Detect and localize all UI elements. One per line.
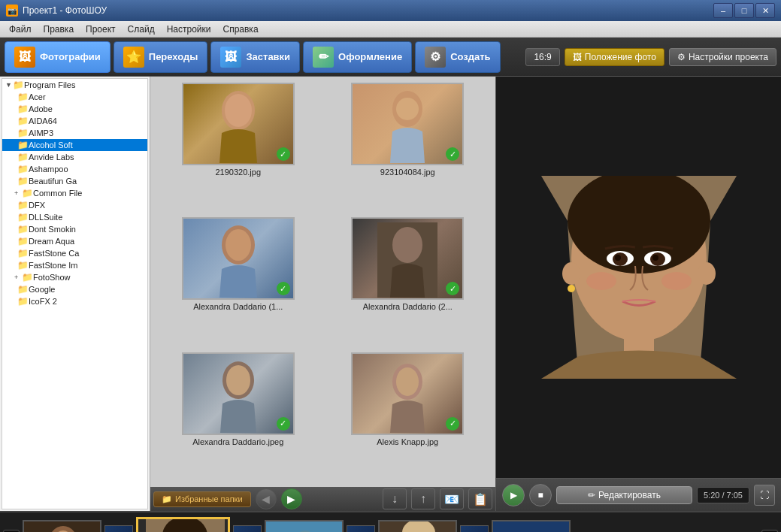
forward-button[interactable]: ▶ [281, 488, 302, 509]
timeline-slide-66[interactable]: 66 ★ T 3.0 [265, 520, 344, 533]
play-button[interactable]: ▶ [502, 484, 525, 506]
timeline-slide-68[interactable]: 68 ★ T [492, 520, 571, 533]
tree-item-aimp3[interactable]: 📁 AIMP3 [2, 127, 147, 139]
tree-label: AIDA64 [29, 116, 57, 125]
photo-item-6[interactable]: ✓ Alexis Knapp.jpg [326, 352, 490, 481]
tree-item-google[interactable]: 📁 Google [2, 283, 147, 295]
tree-label: Dont Smokin [29, 225, 76, 234]
maximize-button[interactable]: □ [734, 3, 754, 18]
slide-thumb-64 [23, 520, 101, 533]
minimize-button[interactable]: – [713, 3, 733, 18]
menu-file[interactable]: Файл [3, 23, 38, 36]
close-button[interactable]: ✕ [755, 3, 775, 18]
tree-item-icofx2[interactable]: 📁 IcoFX 2 [2, 295, 147, 307]
tree-label: AIMP3 [29, 128, 53, 138]
titlebar-buttons: – □ ✕ [713, 3, 775, 18]
tree-item-dreamaqua[interactable]: 📁 Dream Aqua [2, 235, 147, 247]
tree-item-alcoholsoft[interactable]: 📁 Alcohol Soft [2, 139, 147, 151]
up-arrow-button[interactable]: ↑ [411, 488, 435, 509]
timeline-prev-button[interactable]: ◀ [3, 530, 20, 533]
tree-item-faststonec[interactable]: 📁 FastStone Ca [2, 247, 147, 259]
svg-point-29 [661, 272, 692, 290]
screensavers-tab[interactable]: 🖼 Заставки [210, 41, 300, 73]
menu-slide[interactable]: Слайд [122, 23, 161, 36]
menu-help[interactable]: Справка [216, 23, 264, 36]
folder-icon: 📁 [17, 176, 29, 186]
edit-button[interactable]: ✏ Редактировать [556, 486, 692, 504]
photo-thumb-4: ✓ [351, 217, 464, 300]
tree-item-commonfiles[interactable]: + 📁 Common File [2, 187, 147, 199]
svg-point-28 [586, 272, 616, 290]
tree-item-programfiles[interactable]: ▼ 📁 Program Files [2, 79, 147, 91]
photo-item-4[interactable]: ✓ Alexandra Daddario (2... [326, 217, 490, 346]
tree-item-adobe[interactable]: 📁 Adobe [2, 103, 147, 115]
folder-icon: 📁 [17, 116, 29, 126]
envelope-button[interactable]: 📧 [440, 488, 464, 509]
photo-item-1[interactable]: ✓ 2190320.jpg [156, 83, 320, 211]
file-tree[interactable]: ▼ 📁 Program Files 📁 Acer 📁 Adobe 📁 AIDA6… [2, 78, 148, 509]
photo-item-5[interactable]: ✓ Alexandra Daddario.jpeg [156, 352, 320, 481]
project-settings-button[interactable]: ⚙ Настройки проекта [669, 48, 776, 66]
design-tab[interactable]: ✏ Оформление [303, 41, 412, 73]
photo-thumb-6: ✓ [351, 352, 464, 435]
time-display: 5:20 / 7:05 [697, 487, 749, 503]
tree-item-fotoshow[interactable]: + 📁 FotoShow [2, 271, 147, 283]
folder-icon: 📁 [17, 224, 29, 234]
photo-item-3[interactable]: ✓ Alexandra Daddario (1... [156, 217, 320, 346]
tree-label: Alcohol Soft [29, 141, 73, 150]
stop-button[interactable]: ■ [529, 484, 552, 506]
menu-project[interactable]: Проект [80, 23, 122, 36]
timeline-slide-67[interactable]: 67 ★ T 3.0 [378, 520, 457, 533]
slide-thumb-68 [492, 520, 571, 533]
tree-item-dontsmoking[interactable]: 📁 Dont Smokin [2, 223, 147, 235]
folder-icon: 📁 [17, 104, 29, 114]
create-tab[interactable]: ⚙ Создать [415, 41, 500, 73]
timeline-slide-65[interactable]: 65 ★ T 3.0 [136, 517, 230, 533]
timeline-slide-64[interactable]: 64 ★ T 3.0 [23, 520, 101, 533]
copy-button[interactable]: 📋 [468, 488, 492, 509]
aspect-ratio-button[interactable]: 16:9 [525, 48, 559, 66]
tree-item-faststonei[interactable]: 📁 FastStone Im [2, 259, 147, 271]
screensavers-label: Заставки [246, 51, 290, 62]
tree-label: FastStone Ca [29, 249, 79, 258]
photo-label-6: Alexis Knapp.jpg [377, 437, 438, 446]
svg-rect-13 [504, 176, 541, 379]
expand-icon: ▼ [5, 81, 13, 89]
fullscreen-button[interactable]: ⛶ [754, 485, 775, 506]
create-label: Создать [450, 51, 490, 62]
transition-thumb-4[interactable]: 2.0 [460, 525, 489, 533]
svg-point-25 [562, 262, 580, 285]
back-button[interactable]: ◀ [256, 488, 277, 509]
transition-thumb-2[interactable]: 2.0 [233, 525, 262, 533]
tree-item-ashampoo[interactable]: 📁 Ashampoo [2, 163, 147, 175]
photo-item-2[interactable]: ✓ 923104084.jpg [326, 83, 490, 211]
photo-grid[interactable]: ✓ 2190320.jpg ✓ 923104084.jpg [150, 77, 495, 487]
transitions-tab[interactable]: ⭐ Переходы [114, 41, 208, 73]
tree-item-beautifun[interactable]: 📁 Beautifun Ga [2, 175, 147, 187]
menu-settings[interactable]: Настройки [161, 23, 217, 36]
timeline[interactable]: ◀ 64 ★ T 3.0 [0, 512, 781, 532]
folder-icon: 📁 [17, 152, 29, 162]
timeline-next-button[interactable]: ▶ [761, 530, 778, 533]
photos-tab[interactable]: 🖼 Фотографии [5, 41, 110, 73]
down-arrow-button[interactable]: ↓ [383, 488, 407, 509]
transition-thumb-3[interactable]: 2.0 [347, 525, 375, 533]
preview-area [496, 77, 781, 478]
tree-item-acer[interactable]: 📁 Acer [2, 91, 147, 103]
tree-item-dllsuite[interactable]: 📁 DLLSuite [2, 211, 147, 223]
favorites-button[interactable]: 📁 Избранные папки [153, 491, 251, 507]
tree-item-aida64[interactable]: 📁 AIDA64 [2, 115, 147, 127]
tree-item-anvidelabs[interactable]: 📁 Anvide Labs [2, 151, 147, 163]
tree-label: Beautifun Ga [29, 177, 77, 186]
tree-item-dfx[interactable]: 📁 DFX [2, 199, 147, 211]
photo-checkmark-1: ✓ [277, 147, 290, 161]
folder-icon: 📁 [17, 140, 29, 150]
transition-thumb-1[interactable]: 2.0 [104, 525, 133, 533]
photo-position-button[interactable]: 🖼 Положение фото [565, 48, 664, 66]
photo-thumb-2: ✓ [351, 83, 464, 165]
screensavers-icon: 🖼 [220, 47, 241, 68]
slide-thumb-67 [378, 520, 457, 533]
svg-point-11 [396, 367, 419, 396]
photos-icon: 🖼 [14, 47, 35, 68]
menu-edit[interactable]: Правка [38, 23, 80, 36]
